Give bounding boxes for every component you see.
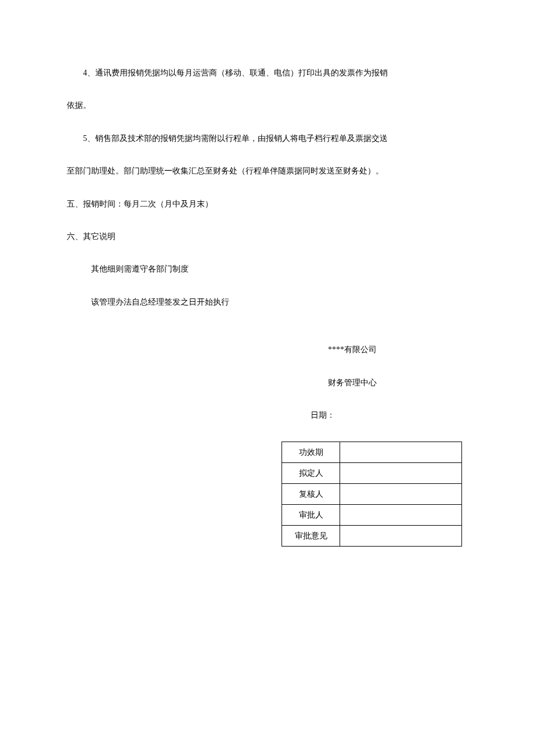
- paragraph-4-cont-text: 依据。: [67, 101, 91, 110]
- approval-value-reviewer: [340, 484, 462, 505]
- approval-label-drafter: 拟定人: [282, 463, 340, 484]
- approval-table: 功效期 拟定人 复核人 审批人 审批意见: [282, 442, 462, 547]
- signature-dept: 财务管理中心: [67, 377, 467, 389]
- section-5-text: 五、报销时间：每月二次（月中及月末）: [67, 200, 213, 208]
- approval-label-approver: 审批人: [282, 505, 340, 526]
- approval-label-effective: 功效期: [282, 442, 340, 463]
- paragraph-4: 4、通讯费用报销凭据均以每月运营商（移动、联通、电信）打印出具的发票作为报销: [67, 67, 467, 79]
- sub-paragraph-1-text: 其他细则需遵守各部门制度: [91, 265, 189, 273]
- table-row: 拟定人: [282, 463, 462, 484]
- paragraph-4-continuation: 依据。: [67, 99, 467, 112]
- table-row: 功效期: [282, 442, 462, 463]
- signature-company-text: ****有限公司: [328, 345, 377, 354]
- section-6-heading: 六、其它说明: [67, 230, 467, 243]
- approval-value-opinion: [340, 526, 462, 547]
- table-row: 审批意见: [282, 526, 462, 547]
- approval-label-reviewer: 复核人: [282, 484, 340, 505]
- approval-value-effective: [340, 442, 462, 463]
- approval-value-drafter: [340, 463, 462, 484]
- paragraph-5-text: 5、销售部及技术部的报销凭据均需附以行程单，由报销人将电子档行程单及票据交送: [83, 134, 388, 143]
- paragraph-5-continuation: 至部门助理处。部门助理统一收集汇总至财务处（行程单伴随票据同时发送至财务处）。: [67, 165, 467, 178]
- sub-paragraph-2: 该管理办法自总经理签发之日开始执行: [67, 296, 467, 309]
- signature-dept-text: 财务管理中心: [328, 378, 377, 387]
- sub-paragraph-2-text: 该管理办法自总经理签发之日开始执行: [91, 298, 229, 306]
- signature-date-text: 日期：: [311, 411, 335, 419]
- paragraph-5-cont-text: 至部门助理处。部门助理统一收集汇总至财务处（行程单伴随票据同时发送至财务处）。: [67, 167, 384, 175]
- table-row: 复核人: [282, 484, 462, 505]
- paragraph-4-text: 4、通讯费用报销凭据均以每月运营商（移动、联通、电信）打印出具的发票作为报销: [83, 68, 388, 77]
- approval-value-approver: [340, 505, 462, 526]
- section-5-heading: 五、报销时间：每月二次（月中及月末）: [67, 198, 467, 211]
- paragraph-5: 5、销售部及技术部的报销凭据均需附以行程单，由报销人将电子档行程单及票据交送: [67, 132, 467, 145]
- sub-paragraph-1: 其他细则需遵守各部门制度: [67, 263, 467, 276]
- signature-block: ****有限公司 财务管理中心 日期：: [67, 343, 467, 422]
- signature-company: ****有限公司: [67, 343, 467, 356]
- table-row: 审批人: [282, 505, 462, 526]
- signature-date: 日期：: [67, 409, 467, 422]
- section-6-text: 六、其它说明: [67, 232, 116, 241]
- approval-label-opinion: 审批意见: [282, 526, 340, 547]
